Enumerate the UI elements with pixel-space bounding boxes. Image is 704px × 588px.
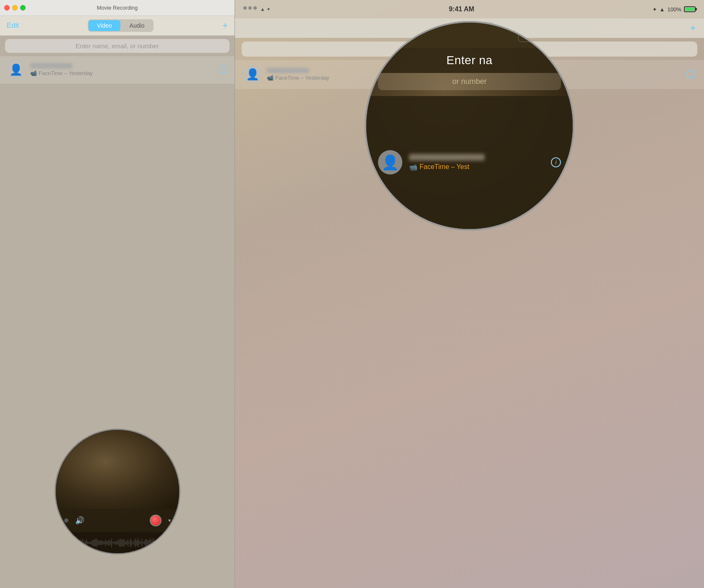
contact-info: 📹 FaceTime – Yesterday [30, 63, 219, 76]
battery-fill [685, 8, 694, 11]
tab-video[interactable]: Video [89, 20, 120, 31]
magnify-contact-name [409, 154, 485, 161]
mac-titlebar: Movie Recording [0, 0, 235, 16]
iphone-status-bar: ▲ ✦ 9:41 AM ✦ ▲ 100% [235, 0, 704, 18]
record-button[interactable] [150, 515, 162, 526]
magnify-avatar: 👤 [378, 150, 402, 174]
quicktime-recording-circle: 🔊 ▾ [55, 429, 180, 554]
magnify-contact-info: 📹 FaceTime – Yest [409, 154, 551, 171]
bluetooth-icon: ✦ [652, 6, 657, 13]
info-button[interactable]: i [219, 65, 228, 74]
iphone-info-button[interactable]: i [686, 70, 696, 79]
battery-percent: 100% [667, 6, 681, 13]
search-bar[interactable]: Enter name, email, or number [5, 39, 229, 53]
magnify-camera-icon: 📹 [409, 163, 417, 171]
wifi-icon: ▲ [660, 6, 665, 13]
left-panel: Movie Recording Edit Video Audio + Enter… [0, 0, 235, 588]
qt-dot [64, 518, 68, 523]
person-icon: 👤 [9, 63, 23, 76]
status-time: 9:41 AM [449, 5, 475, 13]
minimize-button[interactable] [12, 5, 18, 10]
qt-controls-bar: 🔊 ▾ [56, 509, 179, 532]
add-button[interactable]: + [222, 20, 228, 31]
tab-audio[interactable]: Audio [121, 20, 153, 31]
carrier-label: ▲ ✦ [260, 6, 271, 12]
facetime-topbar: Edit Video Audio + [0, 16, 235, 36]
signal-dot-1 [243, 6, 247, 10]
search-placeholder: Enter name, email, or number [76, 42, 159, 49]
qt-waveform [56, 532, 179, 553]
tab-group: Video Audio [88, 19, 154, 32]
quicktime-circle-container: 🔊 ▾ [55, 429, 180, 554]
magnify-info-button[interactable]: i [551, 157, 561, 167]
window-title: Movie Recording [97, 5, 138, 11]
speaker-icon: 🔊 [75, 516, 84, 525]
magnify-search-bar[interactable]: or number [378, 73, 561, 90]
avatar: 👤 [7, 60, 25, 79]
waveform-bars [75, 536, 160, 550]
chevron-icon: ▾ [168, 518, 171, 523]
traffic-lights [4, 5, 26, 10]
battery-icon [684, 6, 696, 12]
magnify-contact-row[interactable]: 👤 📹 FaceTime – Yest i [366, 96, 573, 229]
contact-row[interactable]: 👤 📹 FaceTime – Yesterday i [0, 56, 235, 83]
status-icons: ✦ ▲ 100% [652, 6, 696, 13]
edit-button[interactable]: Edit [7, 21, 19, 30]
close-button[interactable] [4, 5, 10, 10]
iphone-person-icon: 👤 [246, 68, 259, 81]
iphone-camera-icon: 📹 [267, 75, 274, 81]
magnify-contact-area: 👤 📹 FaceTime – Yest i [366, 96, 573, 229]
magnify-facetime-label: 📹 FaceTime – Yest [409, 163, 551, 171]
contact-facetime-label: 📹 FaceTime – Yesterday [30, 70, 219, 76]
maximize-button[interactable] [20, 5, 26, 10]
contact-name-blurred [30, 63, 72, 68]
signal-dots: ▲ ✦ [243, 6, 271, 12]
iphone-add-button[interactable]: + [690, 23, 696, 34]
magnify-enter-text: Enter na [366, 48, 573, 73]
magnify-person-icon: 👤 [381, 154, 399, 171]
right-panel: ▲ ✦ 9:41 AM ✦ ▲ 100% Audio + or number [235, 0, 704, 588]
iphone-avatar: 👤 [243, 65, 262, 83]
signal-dot-3 [253, 6, 257, 10]
magnify-circle: Audio + Enter na or number 👤 [365, 21, 574, 231]
signal-dot-2 [248, 6, 252, 10]
main-container: Movie Recording Edit Video Audio + Enter… [0, 0, 704, 588]
iphone-contact-name-blurred [267, 68, 309, 73]
camera-icon: 📹 [30, 70, 37, 76]
